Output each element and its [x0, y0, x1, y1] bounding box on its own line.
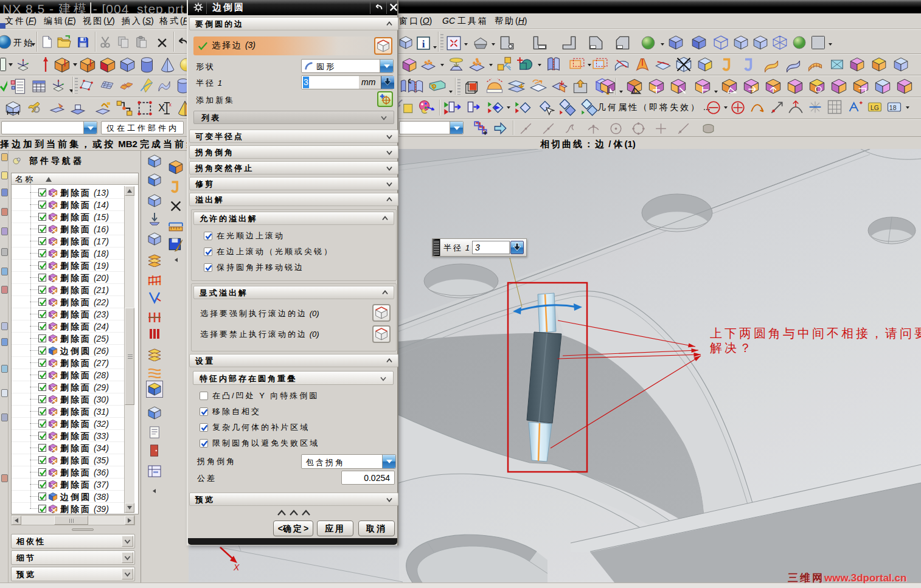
svg-text:X: X — [233, 562, 240, 572]
svg-text:i: i — [422, 38, 425, 50]
svg-text:LG: LG — [871, 104, 879, 111]
svg-text:X: X — [158, 102, 165, 113]
svg-text:x: x — [169, 102, 172, 108]
svg-text:18: 18 — [889, 104, 897, 111]
